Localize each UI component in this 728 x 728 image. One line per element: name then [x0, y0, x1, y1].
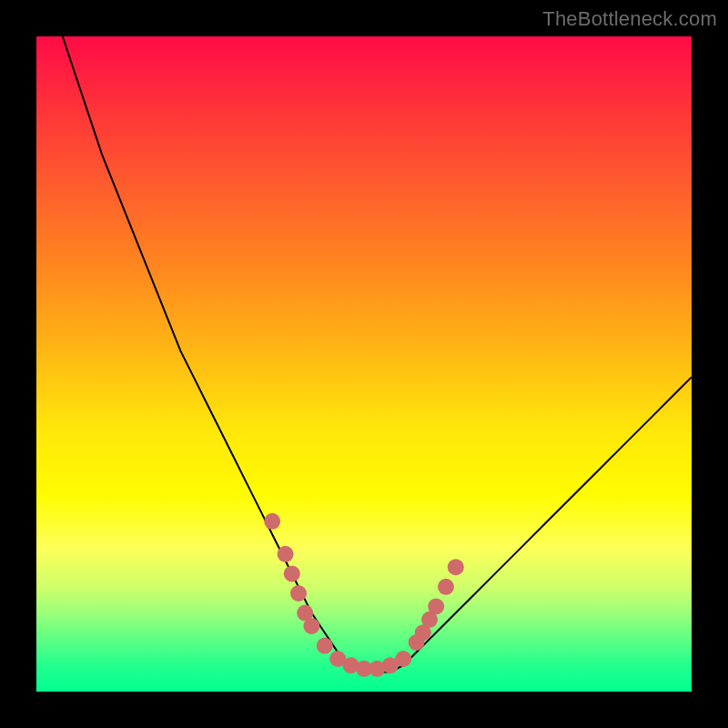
- chart-container: TheBottleneck.com: [0, 0, 728, 728]
- highlight-marker: [290, 585, 307, 602]
- chart-svg: [0, 0, 728, 728]
- highlight-marker: [284, 565, 300, 581]
- highlight-marker: [438, 579, 454, 595]
- highlight-marker: [303, 618, 319, 634]
- highlight-marker: [428, 598, 444, 614]
- highlight-marker: [264, 513, 280, 530]
- highlight-marker: [448, 559, 464, 575]
- highlight-marker: [278, 546, 294, 562]
- bottleneck-curve: [63, 36, 692, 672]
- highlight-marker: [395, 651, 411, 667]
- highlight-marker: [317, 638, 333, 654]
